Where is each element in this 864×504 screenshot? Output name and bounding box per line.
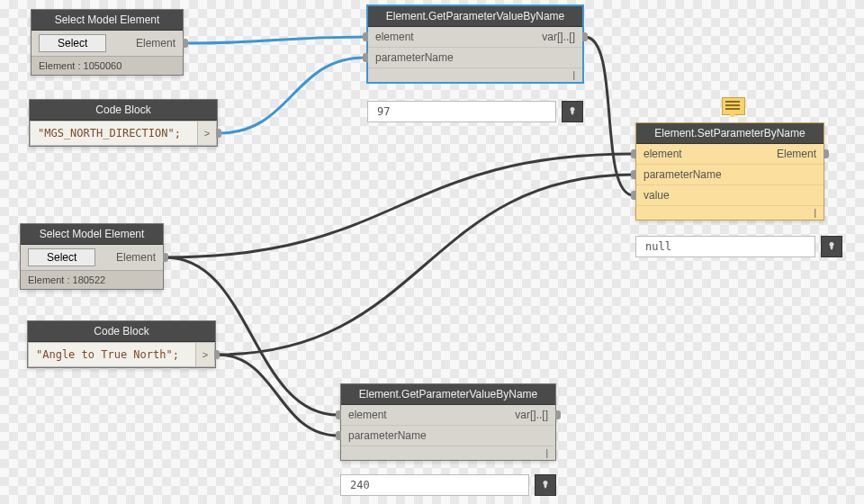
lacing-indicator: | — [341, 446, 555, 460]
wire[interactable] — [585, 37, 634, 195]
warning-note-icon[interactable] — [722, 97, 743, 117]
output-port[interactable] — [824, 149, 829, 158]
pin-icon — [540, 480, 551, 490]
lacing-indicator: | — [636, 206, 824, 220]
output-port-label: var[]..[] — [515, 409, 548, 421]
select-button[interactable]: Select — [39, 34, 106, 52]
output-value: null — [635, 236, 815, 257]
output-port-label: var[]..[] — [542, 31, 575, 43]
node-title: Element.GetParameterValueByName — [341, 384, 555, 405]
node-title: Element.SetParameterByName — [636, 123, 824, 144]
pin-output-button[interactable] — [821, 236, 842, 257]
node-code-block-2[interactable]: Code Block "Angle to True North"; > — [27, 320, 216, 368]
input-port[interactable] — [631, 191, 636, 200]
wire[interactable] — [185, 37, 365, 43]
port-label: parameterName — [375, 51, 454, 64]
output-port[interactable] — [216, 129, 221, 138]
wire[interactable] — [217, 175, 634, 355]
select-button[interactable]: Select — [28, 248, 95, 266]
select-row: Select Element — [21, 245, 163, 270]
output-port[interactable] — [183, 39, 188, 48]
lacing-indicator: | — [368, 68, 582, 82]
output-value: 97 — [367, 101, 556, 122]
node-set-parameter-by-name[interactable]: Element.SetParameterByName element Eleme… — [635, 122, 824, 220]
output-port-label: Element — [777, 148, 816, 160]
port-label: parameterName — [644, 168, 722, 181]
output-value: 240 — [340, 474, 529, 496]
output-port[interactable] — [214, 350, 220, 359]
output-port[interactable] — [555, 410, 561, 419]
pin-output-button[interactable] — [562, 101, 583, 122]
port-label: element — [644, 148, 682, 160]
node-title: Element.GetParameterValueByName — [368, 6, 582, 27]
output-port[interactable] — [163, 253, 168, 262]
input-port[interactable] — [363, 32, 368, 41]
output-port[interactable] — [582, 32, 588, 41]
port-label: element — [348, 409, 387, 421]
node-title: Select Model Element — [32, 10, 183, 31]
node-title: Code Block — [30, 100, 217, 121]
input-row-element: element var[]..[] — [341, 405, 555, 426]
wire[interactable] — [217, 355, 338, 436]
node-title: Code Block — [28, 321, 215, 342]
input-port[interactable] — [336, 410, 341, 419]
wire[interactable] — [219, 58, 365, 133]
output-port-label: Element — [116, 251, 156, 264]
node-get-parameter-value-1[interactable]: Element.GetParameterValueByName element … — [367, 5, 583, 83]
input-row-element: element Element — [636, 144, 824, 165]
node-code-block-1[interactable]: Code Block "MGS_NORTH_DIRECTION"; > — [29, 99, 218, 147]
port-label: value — [644, 189, 670, 202]
input-port[interactable] — [631, 149, 636, 158]
input-row-parametername: parameterName — [368, 48, 582, 68]
status-text: Element : 1050060 — [32, 56, 183, 75]
pin-icon — [826, 241, 837, 252]
pin-icon — [567, 106, 578, 117]
input-port[interactable] — [363, 53, 368, 62]
wire[interactable] — [166, 154, 634, 257]
input-row-parametername: parameterName — [341, 426, 555, 446]
input-port[interactable] — [336, 431, 341, 440]
port-label: parameterName — [348, 429, 427, 442]
input-row-parametername: parameterName — [636, 165, 824, 185]
output-preview-set: null — [635, 236, 842, 257]
input-row-value: value — [636, 185, 824, 206]
pin-output-button[interactable] — [535, 474, 556, 496]
code-text[interactable]: "MGS_NORTH_DIRECTION"; — [30, 121, 197, 146]
node-title: Select Model Element — [21, 224, 163, 245]
code-output-port[interactable]: > — [195, 342, 215, 367]
select-row: Select Element — [32, 31, 183, 56]
input-port[interactable] — [631, 170, 636, 179]
input-row-element: element var[]..[] — [368, 27, 582, 48]
port-label: element — [375, 31, 414, 43]
code-output-port[interactable]: > — [197, 121, 217, 146]
output-port-label: Element — [136, 37, 176, 50]
node-select-model-element-1[interactable]: Select Model Element Select Element Elem… — [31, 9, 184, 76]
output-preview-1: 97 — [367, 101, 583, 122]
status-text: Element : 180522 — [21, 270, 163, 289]
code-text[interactable]: "Angle to True North"; — [28, 342, 195, 367]
node-select-model-element-2[interactable]: Select Model Element Select Element Elem… — [20, 223, 164, 290]
output-preview-2: 240 — [340, 474, 556, 496]
node-get-parameter-value-2[interactable]: Element.GetParameterValueByName element … — [340, 383, 556, 461]
